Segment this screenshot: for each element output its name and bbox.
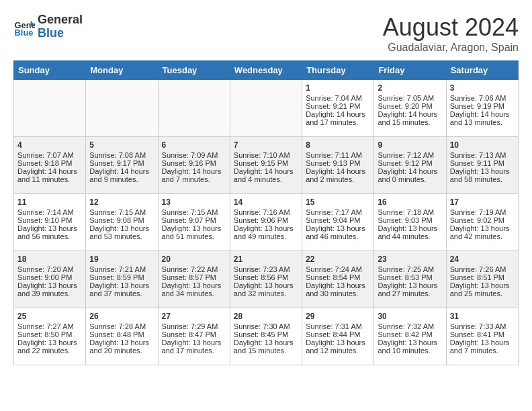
calendar-cell <box>86 80 158 137</box>
sunset-info: Sunset: 9:08 PM <box>89 216 154 224</box>
day-header-tuesday: Tuesday <box>158 61 230 80</box>
daylight-info: Daylight: 14 hours and 11 minutes. <box>17 167 82 183</box>
sunset-info: Sunset: 9:16 PM <box>162 159 226 167</box>
sunset-info: Sunset: 9:03 PM <box>378 216 442 224</box>
sunrise-info: Sunrise: 7:26 AM <box>450 265 515 273</box>
sunset-info: Sunset: 9:11 PM <box>450 159 515 167</box>
calendar-table: SundayMondayTuesdayWednesdayThursdayFrid… <box>13 60 519 365</box>
daylight-info: Daylight: 13 hours and 56 minutes. <box>17 224 82 240</box>
calendar-cell: 22Sunrise: 7:24 AMSunset: 8:54 PMDayligh… <box>302 251 374 308</box>
sunset-info: Sunset: 8:44 PM <box>306 330 370 338</box>
daylight-info: Daylight: 13 hours and 46 minutes. <box>306 224 370 240</box>
daylight-info: Daylight: 13 hours and 42 minutes. <box>450 224 515 240</box>
sunset-info: Sunset: 8:57 PM <box>162 273 226 281</box>
daylight-info: Daylight: 13 hours and 30 minutes. <box>306 281 370 298</box>
sunset-info: Sunset: 8:51 PM <box>450 273 515 281</box>
daylight-info: Daylight: 13 hours and 17 minutes. <box>162 338 226 355</box>
sunset-info: Sunset: 9:10 PM <box>17 216 82 224</box>
sunset-info: Sunset: 9:06 PM <box>234 216 298 224</box>
calendar-cell: 6Sunrise: 7:09 AMSunset: 9:16 PMDaylight… <box>158 137 230 194</box>
sunset-info: Sunset: 9:00 PM <box>17 273 82 281</box>
calendar-cell: 11Sunrise: 7:14 AMSunset: 9:10 PMDayligh… <box>14 194 86 251</box>
daylight-info: Daylight: 14 hours and 0 minutes. <box>378 167 442 183</box>
location-title: Guadalaviar, Aragon, Spain <box>383 42 519 54</box>
title-block: August 2024 Guadalaviar, Aragon, Spain <box>383 13 519 54</box>
sunrise-info: Sunrise: 7:11 AM <box>306 151 370 159</box>
day-number: 13 <box>162 197 226 207</box>
calendar-cell: 7Sunrise: 7:10 AMSunset: 9:15 PMDaylight… <box>230 137 302 194</box>
sunrise-info: Sunrise: 7:31 AM <box>306 322 370 330</box>
daylight-info: Daylight: 13 hours and 20 minutes. <box>89 338 154 355</box>
calendar-header-row: SundayMondayTuesdayWednesdayThursdayFrid… <box>14 61 519 80</box>
sunrise-info: Sunrise: 7:15 AM <box>162 208 226 216</box>
calendar-cell: 26Sunrise: 7:28 AMSunset: 8:48 PMDayligh… <box>86 308 158 365</box>
day-header-sunday: Sunday <box>14 61 86 80</box>
daylight-info: Daylight: 14 hours and 13 minutes. <box>450 110 515 126</box>
sunrise-info: Sunrise: 7:04 AM <box>306 94 370 102</box>
daylight-info: Daylight: 13 hours and 39 minutes. <box>17 281 82 298</box>
sunset-info: Sunset: 8:50 PM <box>17 330 82 338</box>
sunrise-info: Sunrise: 7:23 AM <box>234 265 298 273</box>
sunset-info: Sunset: 8:56 PM <box>234 273 298 281</box>
calendar-week-3: 11Sunrise: 7:14 AMSunset: 9:10 PMDayligh… <box>14 194 519 251</box>
day-number: 27 <box>162 312 226 321</box>
calendar-cell: 15Sunrise: 7:17 AMSunset: 9:04 PMDayligh… <box>302 194 374 251</box>
daylight-info: Daylight: 13 hours and 51 minutes. <box>162 224 226 240</box>
logo-icon: General Blue <box>13 16 35 38</box>
day-header-saturday: Saturday <box>446 61 518 80</box>
sunset-info: Sunset: 9:21 PM <box>306 102 370 110</box>
calendar-cell: 24Sunrise: 7:26 AMSunset: 8:51 PMDayligh… <box>446 251 518 308</box>
day-number: 24 <box>450 255 515 264</box>
sunrise-info: Sunrise: 7:06 AM <box>450 94 515 102</box>
calendar-cell: 25Sunrise: 7:27 AMSunset: 8:50 PMDayligh… <box>14 308 86 365</box>
sunrise-info: Sunrise: 7:32 AM <box>378 322 442 330</box>
calendar-cell: 8Sunrise: 7:11 AMSunset: 9:13 PMDaylight… <box>302 137 374 194</box>
calendar-week-4: 18Sunrise: 7:20 AMSunset: 9:00 PMDayligh… <box>14 251 519 308</box>
calendar-cell: 20Sunrise: 7:22 AMSunset: 8:57 PMDayligh… <box>158 251 230 308</box>
daylight-info: Daylight: 13 hours and 34 minutes. <box>162 281 226 298</box>
day-number: 12 <box>89 197 154 207</box>
day-number: 6 <box>162 140 226 150</box>
daylight-info: Daylight: 13 hours and 58 minutes. <box>450 167 515 183</box>
sunrise-info: Sunrise: 7:07 AM <box>17 151 82 159</box>
day-number: 22 <box>306 255 370 264</box>
sunrise-info: Sunrise: 7:13 AM <box>450 151 515 159</box>
calendar-cell: 29Sunrise: 7:31 AMSunset: 8:44 PMDayligh… <box>302 308 374 365</box>
calendar-cell <box>14 80 86 137</box>
daylight-info: Daylight: 13 hours and 7 minutes. <box>450 338 515 355</box>
calendar-week-2: 4Sunrise: 7:07 AMSunset: 9:18 PMDaylight… <box>14 137 519 194</box>
month-title: August 2024 <box>383 13 519 42</box>
day-header-monday: Monday <box>86 61 158 80</box>
sunrise-info: Sunrise: 7:10 AM <box>234 151 298 159</box>
daylight-info: Daylight: 13 hours and 25 minutes. <box>450 281 515 298</box>
page-header: General Blue General Blue August 2024 Gu… <box>13 13 519 54</box>
day-number: 8 <box>306 140 370 150</box>
day-number: 5 <box>89 140 154 150</box>
sunset-info: Sunset: 9:19 PM <box>450 102 515 110</box>
sunrise-info: Sunrise: 7:22 AM <box>162 265 226 273</box>
calendar-week-1: 1Sunrise: 7:04 AMSunset: 9:21 PMDaylight… <box>14 80 519 137</box>
calendar-week-5: 25Sunrise: 7:27 AMSunset: 8:50 PMDayligh… <box>14 308 519 365</box>
daylight-info: Daylight: 13 hours and 22 minutes. <box>17 338 82 355</box>
calendar-cell: 9Sunrise: 7:12 AMSunset: 9:12 PMDaylight… <box>374 137 446 194</box>
calendar-cell: 10Sunrise: 7:13 AMSunset: 9:11 PMDayligh… <box>446 137 518 194</box>
sunset-info: Sunset: 9:12 PM <box>378 159 442 167</box>
sunrise-info: Sunrise: 7:05 AM <box>378 94 442 102</box>
daylight-info: Daylight: 13 hours and 27 minutes. <box>378 281 442 298</box>
sunrise-info: Sunrise: 7:29 AM <box>162 322 226 330</box>
sunset-info: Sunset: 9:04 PM <box>306 216 370 224</box>
sunrise-info: Sunrise: 7:24 AM <box>306 265 370 273</box>
day-number: 28 <box>234 312 298 321</box>
daylight-info: Daylight: 14 hours and 17 minutes. <box>306 110 370 126</box>
day-number: 10 <box>450 140 515 150</box>
sunset-info: Sunset: 9:17 PM <box>89 159 154 167</box>
sunset-info: Sunset: 9:15 PM <box>234 159 298 167</box>
day-number: 15 <box>306 197 370 207</box>
day-number: 2 <box>378 83 442 93</box>
daylight-info: Daylight: 14 hours and 4 minutes. <box>234 167 298 183</box>
sunset-info: Sunset: 8:45 PM <box>234 330 298 338</box>
svg-text:Blue: Blue <box>15 28 34 38</box>
daylight-info: Daylight: 14 hours and 15 minutes. <box>378 110 442 126</box>
day-number: 19 <box>89 255 154 264</box>
calendar-cell: 28Sunrise: 7:30 AMSunset: 8:45 PMDayligh… <box>230 308 302 365</box>
